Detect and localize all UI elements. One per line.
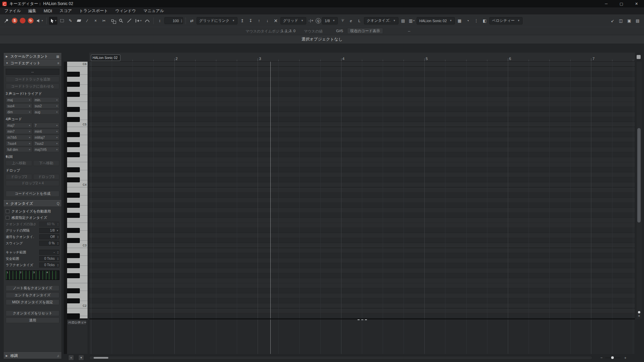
piano-key-C6[interactable]: C6 [67, 62, 88, 67]
quantize-param-value-field[interactable]: 0 Ticks▴▾ [39, 262, 59, 267]
draw-tool-button[interactable]: ✎ [67, 17, 74, 25]
piano-key-C5[interactable]: C5 [67, 122, 88, 127]
piano-key-E5[interactable] [67, 102, 88, 107]
open-in-lower-zone-button[interactable]: ↙ [609, 17, 616, 25]
piano-key-B2[interactable] [67, 248, 88, 253]
piano-key-Gs2[interactable] [67, 263, 88, 268]
section-chord-edit[interactable]: ▼ コードエディット ≡ [4, 60, 61, 66]
quantize-param-value-field[interactable]: Off▴▾ [39, 234, 59, 239]
piano-key-Fs5[interactable] [67, 92, 88, 97]
add-chord-track-button[interactable]: コードトラックを追加 [6, 76, 59, 82]
piano-key-Cs4[interactable] [67, 177, 88, 182]
zoom-in-button[interactable]: ＋ [623, 355, 627, 360]
menu-item-3[interactable]: スコア [56, 7, 75, 14]
chord-button-7[interactable]: 7▸ [33, 123, 60, 128]
piano-key-Cs2[interactable] [67, 298, 88, 303]
horizontal-zoom-slider[interactable] [605, 357, 621, 358]
record-in-editor-button[interactable] [20, 18, 25, 23]
piano-key-D2[interactable] [67, 293, 88, 298]
chord-button-min7[interactable]: min7▸ [6, 129, 32, 134]
nudge-up-button[interactable]: ↑ [255, 17, 263, 25]
timeline-ruler[interactable]: HALion Sonic 02 234567 [89, 53, 635, 62]
piano-key-A4[interactable] [67, 137, 88, 142]
piano-key-As2[interactable] [67, 253, 88, 258]
select-tool-button[interactable]: ▾ [49, 17, 57, 25]
chord-button-maj75[interactable]: maj7/#5▸ [33, 147, 60, 152]
stepper-icons[interactable]: ▴▾ [57, 235, 58, 239]
quantize-note-length-button[interactable]: ノート長をクオンタイズ [6, 285, 59, 291]
piano-key-Fs3[interactable] [67, 213, 88, 218]
drop-button-2[interactable]: ドロップ2 + 4 [6, 180, 59, 186]
close-button[interactable]: ✕ [629, 0, 644, 7]
piano-key-Gs4[interactable] [67, 142, 88, 147]
piano-key-A2[interactable] [67, 258, 88, 263]
piano-key-D4[interactable] [67, 172, 88, 177]
menu-item-0[interactable]: ファイル [1, 7, 24, 14]
right-zone-toggle-button[interactable]: ▣ [626, 17, 633, 25]
stepper-icons[interactable]: ▴▾ [57, 250, 58, 254]
piano-key-A3[interactable] [67, 198, 88, 203]
menu-item-1[interactable]: 編集 [24, 7, 40, 14]
vertical-zoom-slider[interactable] [638, 311, 640, 313]
auto-apply-checkbox[interactable] [6, 209, 9, 213]
nudge-start-left-button[interactable]: ↥ [238, 17, 246, 25]
drop-button-1[interactable]: ドロップ3 [33, 174, 60, 180]
current-chord-display-button[interactable]: 現在のコード表示 [347, 28, 383, 34]
velocity-lane[interactable] [89, 318, 635, 354]
chord-button-7sus4[interactable]: 7sus4▸ [6, 141, 32, 146]
length-quantize-dropdown[interactable]: クオンタイズ. ▼ [364, 17, 398, 24]
menu-item-2[interactable]: MIDI [40, 7, 56, 14]
part-name-tab[interactable]: HALion Sonic 02 [91, 55, 120, 61]
section-quantize[interactable]: ▼ クオンタイズ Q [4, 200, 61, 207]
piano-key-Ds4[interactable] [67, 167, 88, 172]
insert-velocity-field[interactable]: 100 ▴▾ [164, 17, 183, 24]
move-down-button[interactable]: 下へ移動 [33, 160, 60, 166]
create-chord-event-button[interactable]: コードイベントを作成 [6, 191, 59, 197]
piano-key-Ds3[interactable] [67, 228, 88, 233]
dropdown-arrow-icon[interactable]: ▾ [57, 229, 58, 232]
piano-key-E2[interactable] [67, 283, 88, 288]
piano-key-G3[interactable] [67, 208, 88, 213]
horizontal-scrollbar[interactable] [89, 356, 592, 360]
snap-toggle-button[interactable]: ✕ [272, 17, 279, 25]
piano-key-Cs5[interactable] [67, 117, 88, 122]
piano-key-Gs3[interactable] [67, 203, 88, 208]
autoscroll-button[interactable]: ▾ [134, 17, 143, 25]
insert-velocity-icon-button[interactable]: ↕ [156, 17, 163, 25]
stepper-icons[interactable]: ▴▾ [57, 256, 58, 261]
controller-lane-setup-button[interactable]: ▾ [78, 355, 84, 360]
piano-key-Fs2[interactable] [67, 273, 88, 278]
glue-tool-button[interactable] [109, 17, 116, 25]
piano-key-Gs5[interactable] [67, 82, 88, 87]
freeze-midi-quantize-button[interactable]: MIDI クオンタイズを固定 [6, 299, 59, 305]
chord-button-7sus2[interactable]: 7sus2▸ [33, 141, 60, 146]
piano-key-D5[interactable] [67, 112, 88, 117]
quantize-param-value-field[interactable]: -▴▾ [39, 250, 59, 255]
stepper-icons[interactable]: ▴▾ [57, 263, 58, 267]
vertical-scrollbar[interactable]: ＋ [636, 62, 642, 318]
piano-key-F5[interactable] [67, 97, 88, 102]
piano-key-A5[interactable] [67, 77, 88, 82]
chord-button-fulldim[interactable]: full dim▸ [6, 147, 32, 152]
zoom-slider-handle[interactable] [611, 356, 614, 359]
drop-button-0[interactable]: ドロップ2 [6, 174, 32, 180]
add-controller-lane-button[interactable]: ＋ [68, 355, 74, 360]
loop-button[interactable]: ↻ [28, 18, 34, 23]
edit-active-part-button[interactable]: ▥▾ [408, 17, 416, 25]
setup-window-layout-button[interactable]: ▤ [634, 17, 641, 25]
independent-loop-button[interactable]: ◔ [464, 17, 472, 25]
length-link-icon-button[interactable]: ⇄ [188, 17, 196, 25]
piano-key-As3[interactable] [67, 193, 88, 198]
quantize-param-value-field[interactable]: 1/8▾ [39, 228, 59, 233]
grid-type-dropdown[interactable]: グリッド ▼ [280, 17, 306, 24]
piano-key-B5[interactable] [67, 67, 88, 72]
trim-tool-button[interactable]: ∕ [84, 17, 91, 25]
snap-type-button[interactable]: -∣+ [307, 17, 315, 25]
quantize-preset-dropdown[interactable]: 1/8 ▼ [322, 17, 338, 24]
apply-quantize-panel-button[interactable]: 適用 [6, 317, 59, 323]
piano-key-As1[interactable] [67, 313, 88, 318]
section-scale-assistant[interactable]: ▶ スケールアシスタント ▦ [4, 53, 61, 60]
chord-button-mMaj7[interactable]: mMaj7▸ [33, 135, 60, 140]
chord-button-min6[interactable]: min6▸ [33, 129, 60, 134]
mute-tool-button[interactable]: × [92, 17, 99, 25]
